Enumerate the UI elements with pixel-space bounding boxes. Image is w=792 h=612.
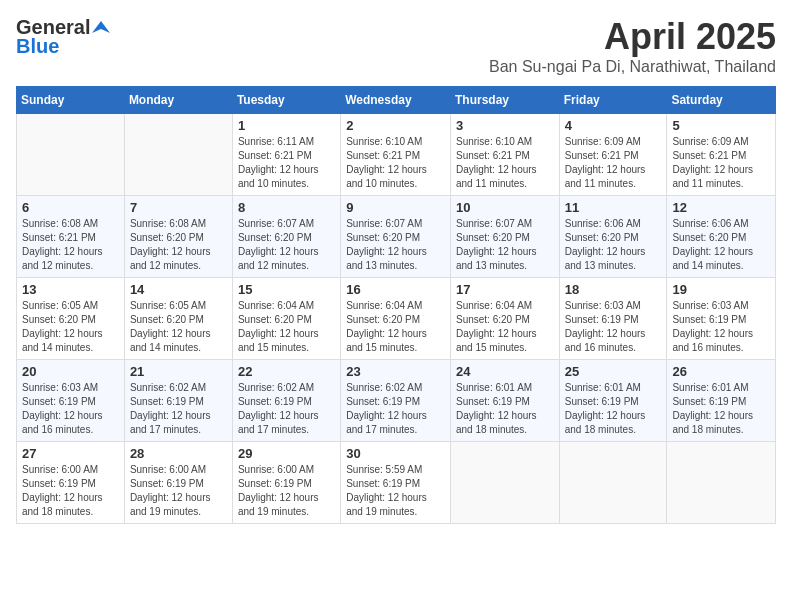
calendar-cell: 24Sunrise: 6:01 AM Sunset: 6:19 PM Dayli… <box>450 360 559 442</box>
day-number: 15 <box>238 282 335 297</box>
day-info: Sunrise: 6:08 AM Sunset: 6:21 PM Dayligh… <box>22 217 119 273</box>
day-info: Sunrise: 6:03 AM Sunset: 6:19 PM Dayligh… <box>672 299 770 355</box>
day-number: 11 <box>565 200 662 215</box>
day-info: Sunrise: 6:03 AM Sunset: 6:19 PM Dayligh… <box>22 381 119 437</box>
calendar-cell <box>124 114 232 196</box>
day-info: Sunrise: 6:09 AM Sunset: 6:21 PM Dayligh… <box>672 135 770 191</box>
calendar-cell: 7Sunrise: 6:08 AM Sunset: 6:20 PM Daylig… <box>124 196 232 278</box>
day-number: 25 <box>565 364 662 379</box>
day-info: Sunrise: 6:11 AM Sunset: 6:21 PM Dayligh… <box>238 135 335 191</box>
location-subtitle: Ban Su-ngai Pa Di, Narathiwat, Thailand <box>489 58 776 76</box>
day-info: Sunrise: 6:01 AM Sunset: 6:19 PM Dayligh… <box>456 381 554 437</box>
calendar-cell <box>17 114 125 196</box>
day-info: Sunrise: 6:07 AM Sunset: 6:20 PM Dayligh… <box>238 217 335 273</box>
calendar-cell: 28Sunrise: 6:00 AM Sunset: 6:19 PM Dayli… <box>124 442 232 524</box>
calendar-cell: 2Sunrise: 6:10 AM Sunset: 6:21 PM Daylig… <box>341 114 451 196</box>
weekday-header-monday: Monday <box>124 87 232 114</box>
day-number: 26 <box>672 364 770 379</box>
day-number: 12 <box>672 200 770 215</box>
day-number: 22 <box>238 364 335 379</box>
day-info: Sunrise: 6:06 AM Sunset: 6:20 PM Dayligh… <box>565 217 662 273</box>
weekday-header-tuesday: Tuesday <box>232 87 340 114</box>
calendar-table: SundayMondayTuesdayWednesdayThursdayFrid… <box>16 86 776 524</box>
day-number: 3 <box>456 118 554 133</box>
day-number: 20 <box>22 364 119 379</box>
day-number: 1 <box>238 118 335 133</box>
day-info: Sunrise: 6:05 AM Sunset: 6:20 PM Dayligh… <box>130 299 227 355</box>
logo-blue: Blue <box>16 35 59 58</box>
day-number: 21 <box>130 364 227 379</box>
day-number: 13 <box>22 282 119 297</box>
calendar-cell: 23Sunrise: 6:02 AM Sunset: 6:19 PM Dayli… <box>341 360 451 442</box>
calendar-cell: 27Sunrise: 6:00 AM Sunset: 6:19 PM Dayli… <box>17 442 125 524</box>
day-number: 17 <box>456 282 554 297</box>
calendar-cell: 16Sunrise: 6:04 AM Sunset: 6:20 PM Dayli… <box>341 278 451 360</box>
week-row-2: 6Sunrise: 6:08 AM Sunset: 6:21 PM Daylig… <box>17 196 776 278</box>
calendar-cell: 21Sunrise: 6:02 AM Sunset: 6:19 PM Dayli… <box>124 360 232 442</box>
calendar-cell <box>667 442 776 524</box>
week-row-4: 20Sunrise: 6:03 AM Sunset: 6:19 PM Dayli… <box>17 360 776 442</box>
weekday-header-sunday: Sunday <box>17 87 125 114</box>
weekday-header-friday: Friday <box>559 87 667 114</box>
day-number: 18 <box>565 282 662 297</box>
calendar-cell <box>559 442 667 524</box>
day-number: 14 <box>130 282 227 297</box>
calendar-cell: 6Sunrise: 6:08 AM Sunset: 6:21 PM Daylig… <box>17 196 125 278</box>
week-row-5: 27Sunrise: 6:00 AM Sunset: 6:19 PM Dayli… <box>17 442 776 524</box>
day-info: Sunrise: 6:03 AM Sunset: 6:19 PM Dayligh… <box>565 299 662 355</box>
logo: General Blue <box>16 16 110 58</box>
logo-bird-icon <box>92 19 110 37</box>
day-number: 19 <box>672 282 770 297</box>
day-info: Sunrise: 6:07 AM Sunset: 6:20 PM Dayligh… <box>456 217 554 273</box>
calendar-cell <box>450 442 559 524</box>
calendar-cell: 4Sunrise: 6:09 AM Sunset: 6:21 PM Daylig… <box>559 114 667 196</box>
weekday-header-wednesday: Wednesday <box>341 87 451 114</box>
calendar-cell: 3Sunrise: 6:10 AM Sunset: 6:21 PM Daylig… <box>450 114 559 196</box>
svg-marker-0 <box>92 21 110 33</box>
day-info: Sunrise: 6:10 AM Sunset: 6:21 PM Dayligh… <box>346 135 445 191</box>
day-info: Sunrise: 6:06 AM Sunset: 6:20 PM Dayligh… <box>672 217 770 273</box>
day-number: 6 <box>22 200 119 215</box>
calendar-cell: 26Sunrise: 6:01 AM Sunset: 6:19 PM Dayli… <box>667 360 776 442</box>
day-number: 27 <box>22 446 119 461</box>
day-info: Sunrise: 6:04 AM Sunset: 6:20 PM Dayligh… <box>346 299 445 355</box>
day-number: 30 <box>346 446 445 461</box>
calendar-cell: 25Sunrise: 6:01 AM Sunset: 6:19 PM Dayli… <box>559 360 667 442</box>
day-info: Sunrise: 6:01 AM Sunset: 6:19 PM Dayligh… <box>565 381 662 437</box>
day-number: 16 <box>346 282 445 297</box>
day-number: 7 <box>130 200 227 215</box>
calendar-cell: 20Sunrise: 6:03 AM Sunset: 6:19 PM Dayli… <box>17 360 125 442</box>
title-area: April 2025 Ban Su-ngai Pa Di, Narathiwat… <box>489 16 776 76</box>
weekday-header-saturday: Saturday <box>667 87 776 114</box>
week-row-1: 1Sunrise: 6:11 AM Sunset: 6:21 PM Daylig… <box>17 114 776 196</box>
day-info: Sunrise: 6:09 AM Sunset: 6:21 PM Dayligh… <box>565 135 662 191</box>
calendar-cell: 15Sunrise: 6:04 AM Sunset: 6:20 PM Dayli… <box>232 278 340 360</box>
calendar-cell: 22Sunrise: 6:02 AM Sunset: 6:19 PM Dayli… <box>232 360 340 442</box>
day-number: 8 <box>238 200 335 215</box>
day-info: Sunrise: 6:02 AM Sunset: 6:19 PM Dayligh… <box>238 381 335 437</box>
weekday-header-row: SundayMondayTuesdayWednesdayThursdayFrid… <box>17 87 776 114</box>
day-info: Sunrise: 6:00 AM Sunset: 6:19 PM Dayligh… <box>238 463 335 519</box>
day-info: Sunrise: 6:02 AM Sunset: 6:19 PM Dayligh… <box>130 381 227 437</box>
calendar-cell: 1Sunrise: 6:11 AM Sunset: 6:21 PM Daylig… <box>232 114 340 196</box>
day-info: Sunrise: 6:05 AM Sunset: 6:20 PM Dayligh… <box>22 299 119 355</box>
day-number: 28 <box>130 446 227 461</box>
day-number: 29 <box>238 446 335 461</box>
calendar-cell: 18Sunrise: 6:03 AM Sunset: 6:19 PM Dayli… <box>559 278 667 360</box>
calendar-cell: 11Sunrise: 6:06 AM Sunset: 6:20 PM Dayli… <box>559 196 667 278</box>
calendar-cell: 8Sunrise: 6:07 AM Sunset: 6:20 PM Daylig… <box>232 196 340 278</box>
day-number: 10 <box>456 200 554 215</box>
calendar-cell: 14Sunrise: 6:05 AM Sunset: 6:20 PM Dayli… <box>124 278 232 360</box>
day-number: 4 <box>565 118 662 133</box>
calendar-cell: 5Sunrise: 6:09 AM Sunset: 6:21 PM Daylig… <box>667 114 776 196</box>
calendar-cell: 17Sunrise: 6:04 AM Sunset: 6:20 PM Dayli… <box>450 278 559 360</box>
week-row-3: 13Sunrise: 6:05 AM Sunset: 6:20 PM Dayli… <box>17 278 776 360</box>
calendar-cell: 9Sunrise: 6:07 AM Sunset: 6:20 PM Daylig… <box>341 196 451 278</box>
calendar-cell: 30Sunrise: 5:59 AM Sunset: 6:19 PM Dayli… <box>341 442 451 524</box>
day-info: Sunrise: 6:02 AM Sunset: 6:19 PM Dayligh… <box>346 381 445 437</box>
day-info: Sunrise: 6:04 AM Sunset: 6:20 PM Dayligh… <box>238 299 335 355</box>
day-info: Sunrise: 6:01 AM Sunset: 6:19 PM Dayligh… <box>672 381 770 437</box>
calendar-cell: 19Sunrise: 6:03 AM Sunset: 6:19 PM Dayli… <box>667 278 776 360</box>
day-number: 24 <box>456 364 554 379</box>
day-number: 5 <box>672 118 770 133</box>
